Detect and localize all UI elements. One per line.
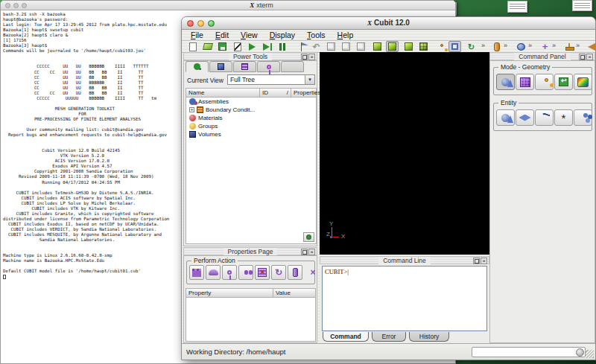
tab-history[interactable]: History: [409, 332, 449, 342]
select-mode-icon[interactable]: [448, 41, 461, 52]
new-journal-icon[interactable]: [186, 41, 199, 52]
command-line-close-button[interactable]: ×: [481, 258, 487, 264]
geometry-mode-icon[interactable]: [496, 74, 515, 90]
graphics-viewport[interactable]: Y X Z: [320, 52, 489, 255]
cone-toolbar-icon[interactable]: [585, 41, 596, 52]
smooth-icon[interactable]: [206, 265, 221, 280]
transparent-cube-icon[interactable]: [355, 41, 367, 52]
model-tree[interactable]: Assemblies +Boundary Condit... Materials…: [186, 98, 317, 244]
menu-file[interactable]: File: [185, 31, 209, 39]
expand-icon[interactable]: +: [189, 107, 194, 112]
diagnose-tab[interactable]: [257, 61, 280, 72]
mesh-tab[interactable]: [233, 61, 256, 72]
surface-entity-icon[interactable]: [516, 109, 534, 126]
toolbar-overflow[interactable]: »: [481, 42, 485, 49]
tab-error[interactable]: Error: [372, 332, 406, 342]
command-panel-header[interactable]: Command Panel ×: [489, 52, 595, 60]
axis-toolbar-overflow[interactable]: »: [576, 42, 580, 49]
histogram-icon[interactable]: [189, 265, 204, 280]
column-value[interactable]: Value: [273, 288, 316, 298]
edit-journal-icon[interactable]: [231, 41, 244, 52]
vertex-entity-icon[interactable]: *: [554, 109, 573, 126]
tree-options-button[interactable]: [303, 232, 314, 242]
menu-display[interactable]: Display: [264, 31, 301, 39]
hidden-line-cube-icon[interactable]: [340, 41, 352, 52]
play-journal-icon[interactable]: [246, 41, 259, 52]
vertex-toolbar-icon[interactable]: +: [539, 41, 551, 52]
vertex-toolbar-overflow[interactable]: »: [552, 42, 556, 49]
entity-labels-icon[interactable]: [434, 41, 446, 52]
command-line-float-button[interactable]: [473, 258, 480, 264]
power-tools-float-button[interactable]: [301, 54, 308, 60]
tree-item-volumes[interactable]: Volumes: [186, 130, 316, 138]
pause-journal-icon[interactable]: [276, 41, 288, 52]
curve-entity-icon[interactable]: [535, 109, 554, 126]
geometry-tab[interactable]: [209, 61, 232, 72]
status-round-button[interactable]: [576, 348, 584, 357]
menu-view[interactable]: View: [235, 31, 264, 39]
axis-toolbar-icon[interactable]: [562, 41, 575, 52]
save-icon[interactable]: [216, 41, 229, 52]
refresh-graphics-icon[interactable]: ↻: [465, 41, 478, 52]
search-icon[interactable]: [238, 265, 253, 280]
verify-tab[interactable]: [281, 61, 304, 72]
full-tree-tab[interactable]: [186, 61, 209, 72]
wireframe-cube-icon[interactable]: [325, 41, 337, 52]
properties-page-float-button[interactable]: [301, 249, 308, 255]
menu-help[interactable]: Help: [332, 31, 360, 39]
menu-tools[interactable]: Tools: [301, 31, 332, 39]
smooth-shade-cube-icon[interactable]: [371, 41, 384, 52]
tree-item-boundary-conditions[interactable]: +Boundary Condit...: [186, 106, 316, 114]
properties-page-header[interactable]: Properties Page ×: [183, 247, 317, 255]
chevron-down-icon[interactable]: ▾: [305, 75, 314, 84]
mesh-mode-icon[interactable]: [516, 74, 534, 90]
status-field[interactable]: [472, 347, 586, 357]
current-view-dropdown[interactable]: Full Tree ▾: [227, 74, 315, 85]
properties-page-close-button[interactable]: ×: [308, 249, 315, 255]
tree-item-materials[interactable]: Materials: [186, 114, 316, 122]
volume-toolbar-icon[interactable]: [515, 41, 527, 52]
column-property[interactable]: Property: [186, 288, 273, 298]
undo-icon[interactable]: ↶: [310, 41, 323, 52]
tab-command[interactable]: Command: [323, 332, 369, 342]
refresh-icon[interactable]: ↻: [271, 265, 286, 280]
open-icon[interactable]: [201, 41, 214, 52]
surface-toolbar-overflow[interactable]: »: [504, 42, 507, 49]
menu-edit[interactable]: Edit: [209, 31, 235, 39]
tree-item-groups[interactable]: Groups: [186, 122, 316, 130]
surface-toolbar-icon[interactable]: [490, 41, 503, 52]
desktop-file-icon[interactable]: [572, 0, 592, 11]
column-name[interactable]: Name: [186, 88, 260, 98]
volume-toolbar-overflow[interactable]: »: [528, 42, 532, 49]
pin-close-icon[interactable]: ×: [305, 265, 320, 280]
delete-mesh-icon[interactable]: [255, 265, 270, 280]
column-properties[interactable]: Properties: [291, 88, 317, 98]
command-panel-float-button[interactable]: [579, 54, 586, 60]
column-id[interactable]: ID/: [260, 88, 291, 98]
desktop-note-icon[interactable]: [507, 1, 527, 13]
key-icon[interactable]: [222, 265, 237, 280]
terminal-output[interactable]: bash-3.2$ ssh -X bazooka haupt@bazooka's…: [3, 12, 169, 274]
status-input[interactable]: [474, 348, 572, 356]
group-entity-icon[interactable]: [574, 109, 592, 126]
extrude-icon[interactable]: [288, 265, 302, 280]
properties-table-body[interactable]: [186, 298, 316, 342]
cubit-titlebar[interactable]: XCubit 12.0: [182, 17, 595, 30]
play-journal-to-end-icon[interactable]: [261, 41, 273, 52]
boundary-conditions-mode-icon[interactable]: [535, 74, 554, 90]
command-panel-close-button[interactable]: ×: [586, 54, 593, 60]
xterm-titlebar[interactable]: Xxterm: [1, 1, 455, 10]
shaded-cube-icon[interactable]: [386, 41, 399, 52]
composite-cube-icon[interactable]: [402, 41, 415, 52]
exodus-mode-icon[interactable]: [554, 74, 573, 90]
power-tools-header[interactable]: Power Tools ×: [183, 52, 317, 60]
resize-grip[interactable]: [586, 350, 594, 358]
command-line-header[interactable]: Command Line ×: [320, 256, 489, 264]
flag-icon[interactable]: [295, 41, 308, 52]
power-tools-close-button[interactable]: ×: [308, 54, 315, 60]
post-processing-mode-icon[interactable]: [574, 74, 592, 90]
volume-entity-icon[interactable]: [496, 109, 515, 126]
mesh-cube-icon[interactable]: [417, 41, 430, 52]
command-input-area[interactable]: CUBIT>|: [322, 266, 487, 331]
tree-item-assemblies[interactable]: Assemblies: [186, 98, 316, 106]
